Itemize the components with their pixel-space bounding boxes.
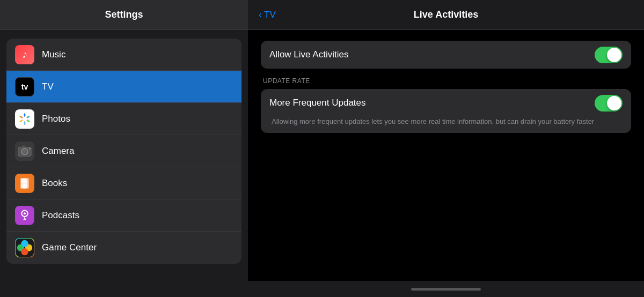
home-indicator <box>411 288 481 291</box>
left-header: Settings <box>0 0 248 30</box>
back-button[interactable]: ‹ TV <box>259 9 276 20</box>
svg-point-29 <box>21 240 28 247</box>
right-header: ‹ TV Live Activities <box>248 0 644 30</box>
more-frequent-updates-row: More Frequent Updates Allowing more freq… <box>261 89 631 133</box>
toggle-knob-2 <box>607 96 621 110</box>
sidebar-item-gamecenter[interactable]: Game Center <box>6 232 241 264</box>
page-title: Live Activities <box>414 9 478 20</box>
left-panel: Settings ♪ Music tv TV <box>0 0 248 297</box>
sidebar-item-books[interactable]: Books <box>6 167 241 199</box>
toggle-knob <box>607 48 621 62</box>
sidebar-item-label: Books <box>42 178 67 189</box>
gamecenter-icon <box>15 238 34 257</box>
svg-point-30 <box>21 248 28 255</box>
more-frequent-updates-toggle[interactable] <box>595 95 623 112</box>
tv-icon: tv <box>15 77 34 96</box>
svg-rect-23 <box>16 206 34 225</box>
allow-live-activities-label: Allow Live Activities <box>269 49 348 60</box>
more-frequent-updates-description: Allowing more frequent updates lets you … <box>269 117 623 133</box>
back-label: TV <box>264 10 276 20</box>
sidebar-item-label: Game Center <box>42 242 97 253</box>
update-rate-section-label: UPDATE RATE <box>263 77 631 85</box>
more-frequent-updates-inner: More Frequent Updates <box>269 89 623 117</box>
allow-live-activities-row: Allow Live Activities <box>261 41 631 69</box>
svg-point-25 <box>24 212 26 214</box>
sidebar-item-label: Camera <box>42 146 74 157</box>
allow-live-activities-toggle[interactable] <box>595 47 623 63</box>
sidebar-item-label: TV <box>42 81 54 92</box>
sidebar-item-tv[interactable]: tv TV <box>6 71 241 103</box>
back-chevron-icon: ‹ <box>259 9 262 20</box>
settings-list: ♪ Music tv TV <box>6 39 241 264</box>
music-icon: ♪ <box>15 45 34 64</box>
sidebar-item-podcasts[interactable]: Podcasts <box>6 199 241 232</box>
sidebar-item-label: Music <box>42 49 65 60</box>
home-indicator-bar <box>248 281 644 297</box>
sidebar-item-camera[interactable]: Camera <box>6 135 241 167</box>
sidebar-item-label: Photos <box>42 114 70 124</box>
svg-point-0 <box>16 110 34 128</box>
svg-point-16 <box>23 150 27 153</box>
books-icon <box>15 174 34 193</box>
sidebar-item-photos[interactable]: Photos <box>6 103 241 135</box>
photos-icon <box>15 109 34 129</box>
sidebar-item-label: Podcasts <box>42 210 79 221</box>
allow-live-activities-inner: Allow Live Activities <box>269 41 623 69</box>
settings-title: Settings <box>105 9 143 20</box>
right-content: Allow Live Activities UPDATE RATE More F… <box>248 30 644 281</box>
right-panel: ‹ TV Live Activities Allow Live Activiti… <box>248 0 644 297</box>
svg-rect-17 <box>22 145 25 147</box>
more-frequent-updates-label: More Frequent Updates <box>269 98 366 108</box>
svg-point-18 <box>29 147 31 149</box>
sidebar-item-music[interactable]: ♪ Music <box>6 39 241 71</box>
podcasts-icon <box>15 206 34 225</box>
camera-icon <box>15 142 34 161</box>
